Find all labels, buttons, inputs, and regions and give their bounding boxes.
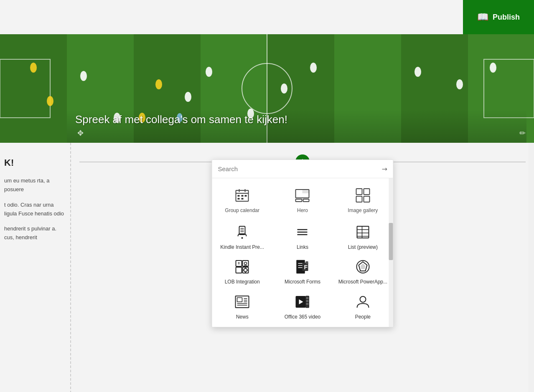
svg-point-65 bbox=[244, 262, 247, 265]
publish-button[interactable]: 📖 Publish bbox=[463, 0, 534, 34]
svg-point-19 bbox=[185, 92, 191, 102]
svg-rect-43 bbox=[364, 189, 369, 195]
webpart-lob[interactable]: LOB Integration bbox=[212, 253, 272, 288]
webpart-grid: Group calendar Hero bbox=[212, 178, 393, 327]
svg-text:F: F bbox=[304, 264, 308, 271]
svg-rect-41 bbox=[303, 199, 309, 202]
svg-rect-61 bbox=[236, 267, 242, 273]
publish-label: Publish bbox=[493, 13, 520, 22]
webpart-news-label: News bbox=[236, 314, 249, 321]
svg-rect-1 bbox=[0, 34, 67, 143]
webpart-list-preview-label: List (preview) bbox=[348, 244, 378, 251]
svg-rect-34 bbox=[242, 195, 244, 197]
svg-rect-37 bbox=[242, 198, 244, 200]
search-row: ↗ bbox=[212, 160, 393, 178]
svg-rect-44 bbox=[356, 196, 362, 202]
kindle-icon bbox=[233, 223, 252, 242]
edit-icon[interactable]: ✏ bbox=[519, 129, 526, 138]
hero-image: Spreek af met collega's om samen te kijk… bbox=[0, 34, 534, 143]
partial-top-row: Group calendar Hero bbox=[212, 178, 393, 218]
svg-point-16 bbox=[155, 79, 162, 89]
left-para2: t odio. Cras nar urna ligula Fusce henat… bbox=[4, 201, 66, 218]
svg-rect-92 bbox=[306, 300, 309, 302]
webpart-kindle[interactable]: Kindle Instant Pre... bbox=[212, 218, 272, 253]
webpart-ms-forms[interactable]: F Microsoft Forms bbox=[272, 253, 333, 288]
webpart-ms-forms-label: Microsoft Forms bbox=[285, 279, 320, 286]
svg-point-13 bbox=[30, 63, 37, 73]
svg-point-26 bbox=[490, 63, 496, 73]
webpart-news[interactable]: News bbox=[212, 288, 272, 323]
office365video-icon bbox=[293, 292, 312, 311]
left-heading: K! bbox=[4, 155, 66, 170]
webpart-links-label: Links bbox=[297, 244, 308, 251]
svg-rect-33 bbox=[238, 195, 240, 197]
svg-rect-82 bbox=[237, 298, 242, 302]
svg-point-66 bbox=[244, 268, 247, 272]
webpart-links[interactable]: Links bbox=[272, 218, 333, 253]
webpart-kindle-label: Kindle Instant Pre... bbox=[220, 244, 264, 251]
webpart-office365video-label: Office 365 video bbox=[285, 314, 321, 321]
picker-scrollbar[interactable] bbox=[389, 178, 393, 327]
svg-rect-93 bbox=[306, 303, 309, 305]
left-panel: K! um eu metus rta, a posuere t odio. Cr… bbox=[0, 143, 71, 392]
svg-rect-42 bbox=[356, 189, 362, 195]
ms-forms-icon: F bbox=[293, 257, 312, 276]
news-icon bbox=[233, 292, 252, 311]
webpart-row-1: Kindle Instant Pre... Links bbox=[212, 218, 393, 253]
webpart-picker: ↗ bbox=[212, 159, 394, 327]
book-icon: 📖 bbox=[477, 12, 488, 23]
webpart-image-gallery-label: Image gallery bbox=[348, 207, 378, 214]
svg-point-24 bbox=[414, 67, 421, 77]
right-panel: + ↗ bbox=[71, 143, 534, 392]
move-icon[interactable]: ✥ bbox=[77, 129, 84, 138]
svg-rect-45 bbox=[364, 196, 369, 202]
search-input[interactable] bbox=[218, 165, 379, 172]
webpart-list-preview[interactable]: List (preview) bbox=[333, 218, 393, 253]
hero-icon bbox=[293, 186, 312, 205]
people-icon bbox=[353, 292, 372, 311]
svg-point-94 bbox=[360, 296, 366, 302]
webpart-image-gallery[interactable]: Image gallery bbox=[333, 182, 393, 217]
webpart-lob-label: LOB Integration bbox=[225, 279, 260, 286]
webpart-hero[interactable]: Hero bbox=[272, 182, 333, 217]
webpart-group-calendar-label: Group calendar bbox=[225, 207, 259, 214]
svg-rect-59 bbox=[236, 260, 242, 266]
webpart-people-label: People bbox=[355, 314, 371, 321]
expand-icon[interactable]: ↗ bbox=[380, 164, 389, 174]
webpart-office365video[interactable]: Office 365 video bbox=[272, 288, 333, 323]
svg-rect-91 bbox=[306, 297, 309, 299]
hero-text: Spreek af met collega's om samen te kijk… bbox=[75, 113, 287, 126]
picker-scrollbar-thumb[interactable] bbox=[389, 223, 393, 260]
webpart-ms-powerapps-label: Microsoft PowerApp... bbox=[338, 279, 387, 286]
left-para3: hendrerit s pulvinar a. cus, hendrerit bbox=[4, 225, 66, 242]
group-calendar-icon bbox=[233, 186, 252, 205]
webpart-row-2: LOB Integration bbox=[212, 253, 393, 288]
svg-marker-80 bbox=[360, 263, 365, 269]
svg-rect-40 bbox=[296, 199, 302, 202]
list-preview-icon bbox=[353, 223, 372, 242]
svg-rect-39 bbox=[303, 190, 309, 193]
image-gallery-icon bbox=[353, 186, 372, 205]
svg-point-17 bbox=[80, 71, 87, 81]
links-icon bbox=[293, 223, 312, 242]
svg-point-20 bbox=[206, 67, 212, 77]
svg-point-14 bbox=[47, 96, 53, 106]
webpart-ms-powerapps[interactable]: Microsoft PowerApp... bbox=[333, 253, 393, 288]
webpart-group-calendar[interactable]: Group calendar bbox=[212, 182, 272, 217]
content-area: K! um eu metus rta, a posuere t odio. Cr… bbox=[0, 143, 534, 392]
top-bar: 📖 Publish bbox=[0, 0, 534, 34]
webpart-hero-label: Hero bbox=[297, 207, 308, 214]
ms-powerapps-icon bbox=[353, 257, 372, 276]
svg-rect-35 bbox=[245, 195, 247, 197]
svg-point-22 bbox=[281, 83, 287, 94]
svg-rect-36 bbox=[238, 198, 240, 200]
left-para1: um eu metus rta, a posuere bbox=[4, 177, 66, 194]
hero-area: Spreek af met collega's om samen te kijk… bbox=[0, 34, 534, 143]
svg-point-23 bbox=[310, 63, 317, 73]
webpart-row-3: News bbox=[212, 288, 393, 323]
svg-point-50 bbox=[242, 237, 243, 239]
lob-icon bbox=[233, 257, 252, 276]
webpart-people[interactable]: People bbox=[333, 288, 393, 323]
svg-point-25 bbox=[456, 79, 463, 89]
